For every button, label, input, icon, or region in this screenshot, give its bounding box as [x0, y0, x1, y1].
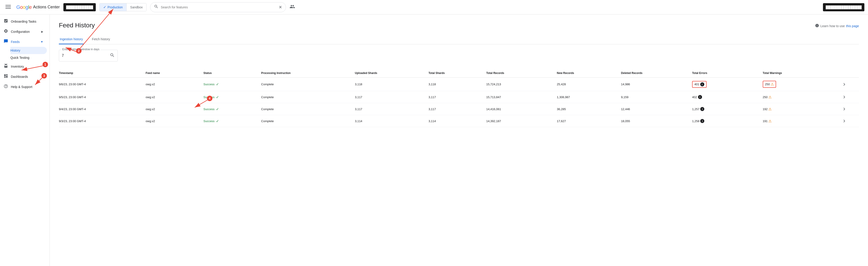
app-logo[interactable]: Google Actions Center	[16, 4, 60, 10]
table-row: 9/4/23, 23:00 GMT-4 owg.v2 Success ✓ Com…	[59, 103, 859, 115]
status-success: Success ✓	[203, 107, 257, 111]
google-wordmark: Google	[16, 4, 32, 10]
sidebar-item-label: Help & Support	[11, 85, 32, 89]
th-total-records: Total Records	[486, 69, 557, 77]
row-detail-arrow[interactable]	[833, 106, 855, 112]
topbar-right-account[interactable]: ████████████████	[823, 3, 864, 11]
cell-processing-instruction: Complete	[261, 91, 355, 103]
learn-link-container: Learn how to use this page	[815, 24, 859, 28]
cell-action[interactable]	[833, 77, 859, 91]
cell-total-shards: 3,118	[429, 77, 486, 91]
configuration-icon	[4, 29, 8, 34]
feeds-submenu: History Quick Testing	[0, 47, 50, 61]
sidebar-item-feeds[interactable]: Feeds ▼	[0, 37, 47, 47]
cell-uploaded-shards: 3,117	[355, 91, 429, 103]
error-info-icon[interactable]: i	[700, 119, 704, 123]
help-icon	[4, 84, 8, 90]
production-tab[interactable]: ✓ Production	[100, 3, 126, 11]
check-icon: ✓	[216, 107, 219, 111]
sidebar-item-label: Onboarding Tasks	[11, 20, 36, 23]
cell-feed-name: owg.v2	[146, 115, 203, 127]
cell-total-records: 14,416,061	[486, 103, 557, 115]
th-new-records: New Records	[557, 69, 621, 77]
warning-icon: ⚠	[768, 107, 772, 111]
check-icon: ✓	[216, 95, 219, 99]
th-status: Status	[203, 69, 261, 77]
cell-total-warnings: 192 ⚠	[763, 103, 833, 115]
cell-action[interactable]	[833, 103, 859, 115]
tab-fetch-history[interactable]: Fetch history	[91, 35, 111, 44]
user-settings-icon[interactable]	[289, 4, 295, 11]
sidebar-item-label: Dashboards	[11, 75, 28, 78]
row-detail-arrow[interactable]	[833, 94, 855, 100]
sidebar-item-label: Inventory	[11, 65, 24, 68]
page-title: Feed History	[59, 22, 95, 29]
error-count-highlighted: 401 i	[692, 81, 707, 88]
cell-status: Success ✓	[203, 115, 261, 127]
onboarding-icon	[4, 19, 8, 24]
search-bar: ✕	[150, 2, 286, 12]
sidebar-item-configuration[interactable]: Configuration ▶	[0, 27, 47, 37]
error-info-icon[interactable]: i	[700, 82, 704, 87]
warning-icon: ⚠	[768, 119, 772, 123]
search-input[interactable]	[161, 5, 276, 9]
svg-rect-2	[5, 8, 11, 9]
warning-count-highlighted: 250 ⚠	[763, 81, 776, 88]
svg-rect-1	[5, 6, 11, 7]
sandbox-tab[interactable]: Sandbox	[127, 3, 146, 11]
search-clear-icon[interactable]: ✕	[279, 5, 282, 10]
cell-deleted-records: 9,159	[621, 91, 692, 103]
table-header-row: Timestamp Feed name Status Processing In…	[59, 69, 859, 77]
cell-new-records: 25,428	[557, 77, 621, 91]
expand-icon: ▼	[40, 40, 43, 43]
cell-total-warnings: 191 ⚠	[763, 115, 833, 127]
lookback-container: Enter lookback window in days 7	[59, 50, 859, 62]
lookback-search-button[interactable]	[110, 53, 115, 59]
cell-total-shards: 3,117	[429, 103, 486, 115]
search-icon	[154, 4, 158, 10]
cell-total-records: 15,724,213	[486, 77, 557, 91]
warning-icon: ⚠	[768, 95, 772, 99]
lookback-input-wrapper: Enter lookback window in days 7	[59, 50, 118, 62]
cell-total-errors: 401 i	[692, 77, 763, 91]
cell-new-records: 17,627	[557, 115, 621, 127]
th-processing-instruction: Processing Instruction	[261, 69, 355, 77]
cell-action[interactable]	[833, 91, 859, 103]
row-detail-arrow[interactable]	[833, 118, 855, 124]
cell-feed-name: owg.v2	[146, 103, 203, 115]
sidebar-item-onboarding[interactable]: Onboarding Tasks	[0, 16, 47, 27]
feed-history-table: Timestamp Feed name Status Processing In…	[59, 69, 859, 127]
cell-action[interactable]	[833, 115, 859, 127]
cell-deleted-records: 14,986	[621, 77, 692, 91]
th-timestamp: Timestamp	[59, 69, 146, 77]
env-switcher: ✓ Production Sandbox	[99, 3, 147, 11]
sidebar-item-quick-testing[interactable]: Quick Testing	[10, 54, 47, 61]
error-count: 402 i	[692, 95, 702, 99]
learn-page-link[interactable]: this page	[846, 24, 859, 28]
cell-total-shards: 3,117	[429, 91, 486, 103]
main-content: Feed History Learn how to use this page …	[50, 14, 868, 266]
sidebar-item-dashboards[interactable]: Dashboards	[0, 71, 47, 82]
cell-processing-instruction: Complete	[261, 103, 355, 115]
check-icon: ✓	[216, 119, 219, 123]
check-icon: ✓	[103, 5, 106, 9]
sidebar-item-help[interactable]: Help & Support	[0, 82, 47, 92]
error-info-icon[interactable]: i	[700, 107, 704, 111]
lookback-label: Enter lookback window in days	[61, 48, 100, 51]
row-detail-arrow[interactable]	[833, 82, 855, 87]
th-feed-name: Feed name	[146, 69, 203, 77]
sidebar-item-inventory[interactable]: Inventory	[0, 61, 47, 71]
sidebar-item-history[interactable]: History	[10, 47, 47, 54]
error-info-icon[interactable]: i	[698, 95, 702, 99]
tab-ingestion-history[interactable]: Ingestion history	[59, 35, 84, 44]
cell-timestamp: 9/3/23, 23:00 GMT-4	[59, 115, 146, 127]
warning-count: 191 ⚠	[763, 119, 772, 123]
menu-icon[interactable]	[4, 2, 13, 12]
lookback-input[interactable]: 7	[62, 54, 110, 58]
account-selector[interactable]: ████████████	[63, 3, 96, 11]
cell-timestamp: 9/6/23, 23:00 GMT-4	[59, 77, 146, 91]
cell-total-warnings: 250 ⚠	[763, 77, 833, 91]
warning-count: 192 ⚠	[763, 107, 772, 111]
info-icon	[815, 24, 819, 28]
tabs-container: Ingestion history Fetch history	[59, 34, 859, 44]
